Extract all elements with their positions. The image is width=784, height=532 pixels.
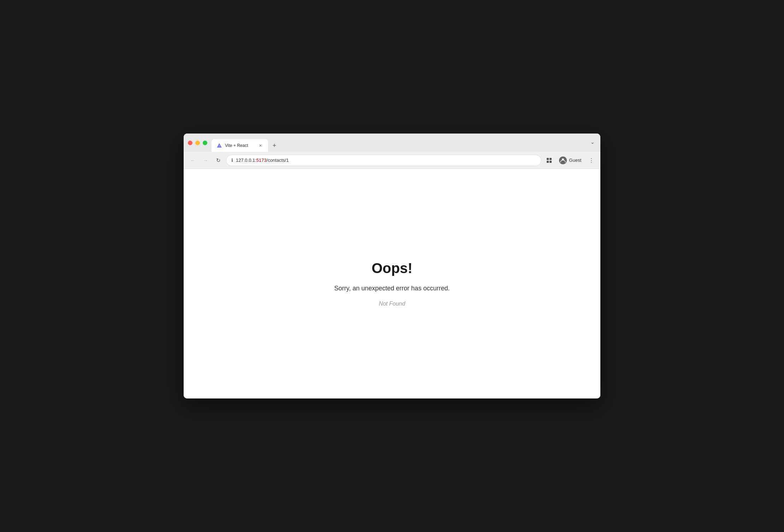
tab-close-button[interactable]: ✕ — [257, 143, 263, 148]
page-content: Oops! Sorry, an unexpected error has occ… — [184, 169, 600, 398]
tab-bar: Vite + React ✕ + — [212, 134, 589, 152]
address-text: 127.0.0.1:5173/contacts/1 — [236, 158, 536, 163]
url-port: :5173 — [255, 158, 267, 163]
tab-favicon — [216, 143, 222, 148]
browser-window: Vite + React ✕ + ⌄ ← → ↻ ℹ 127.0.0.1:517… — [184, 134, 600, 398]
profile-name: Guest — [569, 158, 581, 163]
forward-button[interactable]: → — [201, 155, 210, 165]
minimize-button[interactable] — [195, 141, 200, 145]
maximize-button[interactable] — [203, 141, 207, 145]
toolbar-actions: Guest ⋮ — [544, 155, 596, 166]
url-path: /contacts/1 — [267, 158, 289, 163]
svg-rect-5 — [550, 161, 552, 163]
toolbar: ← → ↻ ℹ 127.0.0.1:5173/contacts/1 — [184, 152, 600, 169]
url-scheme: 127.0.0.1 — [236, 158, 255, 163]
profile-icon — [559, 156, 567, 164]
expand-tabs-button[interactable]: ⌄ — [589, 138, 596, 146]
svg-rect-4 — [547, 161, 549, 163]
security-icon: ℹ — [231, 158, 233, 163]
profile-button[interactable]: Guest — [556, 155, 585, 166]
error-detail: Not Found — [379, 301, 405, 307]
new-tab-button[interactable]: + — [269, 141, 279, 150]
svg-rect-2 — [547, 158, 549, 160]
error-title: Oops! — [372, 260, 412, 276]
active-tab[interactable]: Vite + React ✕ — [212, 139, 268, 152]
tab-title: Vite + React — [225, 143, 255, 148]
svg-rect-3 — [550, 158, 552, 160]
extensions-button[interactable] — [544, 155, 554, 165]
reload-button[interactable]: ↻ — [213, 155, 223, 165]
address-bar[interactable]: ℹ 127.0.0.1:5173/contacts/1 — [226, 155, 541, 166]
error-subtitle: Sorry, an unexpected error has occurred. — [334, 285, 450, 292]
close-button[interactable] — [188, 141, 192, 145]
title-bar: Vite + React ✕ + ⌄ — [184, 134, 600, 152]
menu-button[interactable]: ⋮ — [586, 155, 596, 165]
traffic-lights — [188, 141, 207, 145]
back-button[interactable]: ← — [188, 155, 198, 165]
tab-bar-end: ⌄ — [589, 138, 596, 146]
